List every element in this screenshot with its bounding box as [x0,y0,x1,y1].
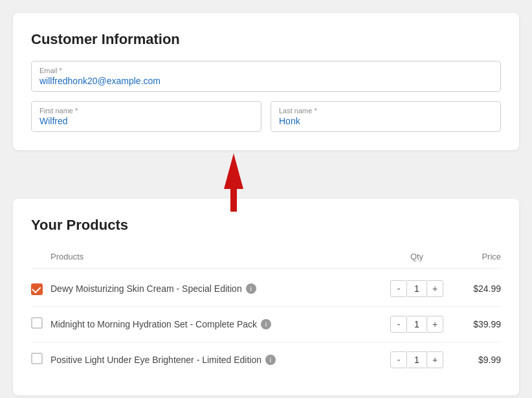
checkbox-col-1 [31,317,50,331]
info-icon-0[interactable]: i [246,283,256,294]
down-arrow-icon [214,153,253,212]
price-col-1: $39.99 [449,319,501,329]
product-name-0: Dewy Moisturizing Skin Cream - Special E… [50,283,242,294]
first-name-label: First name * [39,107,253,115]
product-name-col-0: Dewy Moisturizing Skin Cream - Special E… [50,283,384,294]
table-row: Dewy Moisturizing Skin Cream - Special E… [31,271,501,307]
qty-increase-btn-2[interactable]: + [427,351,443,368]
product-checkbox-2[interactable] [31,353,43,364]
products-card: Your Products Products Qty Price Dewy Mo… [13,199,519,395]
first-name-value: Wilfred [39,116,253,126]
checkbox-col-2 [31,353,50,367]
product-name-1: Midnight to Morning Hydration Set - Comp… [50,319,257,329]
name-row: First name * Wilfred Last name * Honk [31,101,501,132]
email-input-wrapper[interactable]: Email * willfredhonk20@example.com [31,61,501,92]
customer-info-title: Customer Information [31,31,501,48]
table-row: Positive Light Under Eye Brightener - Li… [31,342,501,377]
checkbox-col-0 [31,283,50,295]
email-label: Email * [39,67,493,74]
product-checkbox-1[interactable] [31,317,43,329]
qty-col-0: - 1 + [384,280,449,297]
qty-col-2: - 1 + [384,351,449,368]
col-header-product: Products [50,252,384,261]
product-checkbox-0[interactable] [31,283,43,295]
product-name-2: Positive Light Under Eye Brightener - Li… [50,355,261,365]
last-name-label: Last name * [279,107,493,115]
qty-decrease-btn-1[interactable]: - [390,316,407,333]
info-icon-2[interactable]: i [265,355,276,365]
qty-value-1: 1 [407,316,427,333]
col-header-price: Price [449,252,501,261]
price-col-2: $9.99 [449,355,501,365]
qty-decrease-btn-0[interactable]: - [390,280,407,297]
info-icon-1[interactable]: i [261,319,271,329]
qty-increase-btn-0[interactable]: + [427,280,443,297]
svg-marker-0 [224,153,243,212]
last-name-value: Honk [279,116,493,126]
qty-col-1: - 1 + [384,316,449,333]
table-row: Midnight to Morning Hydration Set - Comp… [31,307,501,342]
customer-info-card: Customer Information Email * willfredhon… [13,13,519,150]
first-name-input-wrapper[interactable]: First name * Wilfred [31,101,261,132]
col-header-qty: Qty [384,252,449,261]
qty-value-2: 1 [407,351,427,368]
email-field-group: Email * willfredhonk20@example.com [31,61,501,92]
qty-increase-btn-1[interactable]: + [427,316,443,333]
qty-value-0: 1 [407,280,427,297]
product-name-col-2: Positive Light Under Eye Brightener - Li… [50,355,384,365]
product-name-col-1: Midnight to Morning Hydration Set - Comp… [50,319,384,329]
products-table-header: Products Qty Price [31,247,501,269]
product-list: Dewy Moisturizing Skin Cream - Special E… [31,271,501,377]
email-value: willfredhonk20@example.com [39,76,493,86]
qty-decrease-btn-2[interactable]: - [390,351,407,368]
last-name-input-wrapper[interactable]: Last name * Honk [271,101,501,132]
products-title: Your Products [31,217,501,234]
price-col-0: $24.99 [449,283,501,294]
